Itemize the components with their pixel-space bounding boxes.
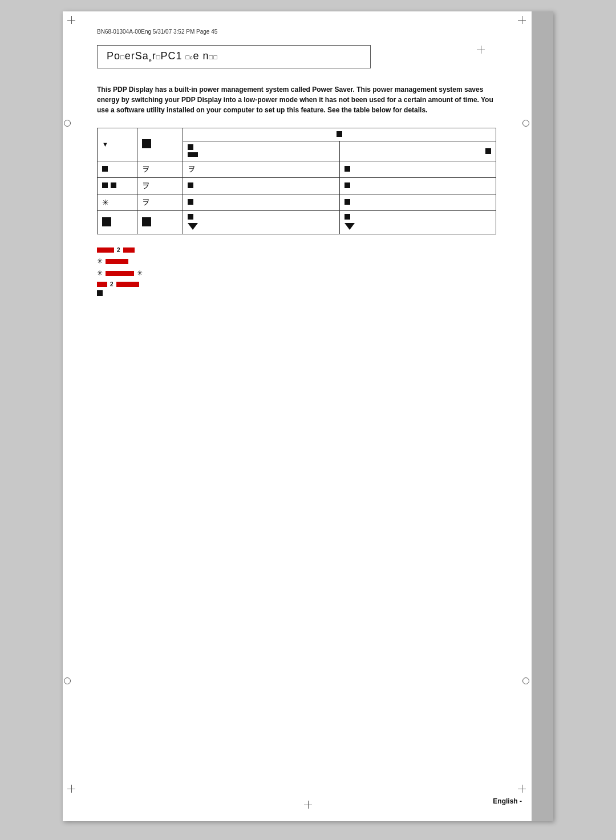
header-meta-text: BN68-01304A-00Eng 5/31/07 3:52 PM Page 4… <box>97 29 217 35</box>
reg-mark-left-top <box>64 120 71 127</box>
row2-led: ヲ <box>137 177 183 194</box>
table-row: ✳ ヲ <box>98 194 496 210</box>
title-box: Po□erSaer□PC1 □ce n□□ <box>97 45 371 68</box>
body-text: This PDP Display has a built-in power ma… <box>97 84 496 115</box>
legend-section: 2 ✳ ✳ ✳ 2 <box>97 246 519 296</box>
row3-sync-v <box>339 194 496 210</box>
header-meta: BN68-01304A-00Eng 5/31/07 3:52 PM Page 4… <box>97 29 519 35</box>
legend-item-5 <box>97 290 519 296</box>
row3-state: ✳ <box>98 194 137 210</box>
table-header-row: ▼ <box>98 128 496 141</box>
col-sync-h-header <box>183 141 340 161</box>
col-state-header: ▼ <box>98 128 137 161</box>
corner-mark-tl <box>67 16 75 24</box>
legend-item-1: 2 <box>97 246 519 255</box>
row2-state <box>98 177 137 194</box>
row3-sync-h <box>183 194 340 210</box>
row2-sync-v <box>339 177 496 194</box>
bottom-center-mark <box>304 801 312 809</box>
reg-mark-right-bottom <box>522 677 529 684</box>
legend-item-2: ✳ <box>97 256 519 267</box>
table-row: ヲ ヲ <box>98 161 496 177</box>
reg-mark-left-bottom <box>64 677 71 684</box>
row1-led: ヲ <box>137 161 183 177</box>
page-container: BN68-01304A-00Eng 5/31/07 3:52 PM Page 4… <box>63 11 553 821</box>
col-sync-header <box>183 128 496 141</box>
footer-text: English - <box>493 797 522 805</box>
row4-sync-h <box>183 210 340 234</box>
row1-sync-v <box>339 161 496 177</box>
top-right-mark <box>477 46 485 54</box>
corner-mark-bl <box>67 785 75 793</box>
row4-state <box>98 210 137 234</box>
legend-item-4: 2 <box>97 280 519 289</box>
corner-mark-tr <box>518 16 526 24</box>
row3-led: ヲ <box>137 194 183 210</box>
right-sidebar <box>532 11 553 821</box>
row4-led <box>137 210 183 234</box>
row4-sync-v <box>339 210 496 234</box>
corner-mark-br <box>518 785 526 793</box>
row2-sync-h <box>183 177 340 194</box>
legend-item-3: ✳ ✳ <box>97 268 519 279</box>
col-sync-v-header <box>339 141 496 161</box>
col-led-header <box>137 128 183 161</box>
power-saver-table: ▼ ヲ ヲ <box>97 128 496 234</box>
reg-mark-right-top <box>522 120 529 127</box>
table-row <box>98 210 496 234</box>
row1-sync-h: ヲ <box>183 161 340 177</box>
table-row: ヲ <box>98 177 496 194</box>
row1-state <box>98 161 137 177</box>
footer-language: English - <box>493 797 522 805</box>
title-text: Po□erSaer□PC1 □ce n□□ <box>107 50 218 62</box>
